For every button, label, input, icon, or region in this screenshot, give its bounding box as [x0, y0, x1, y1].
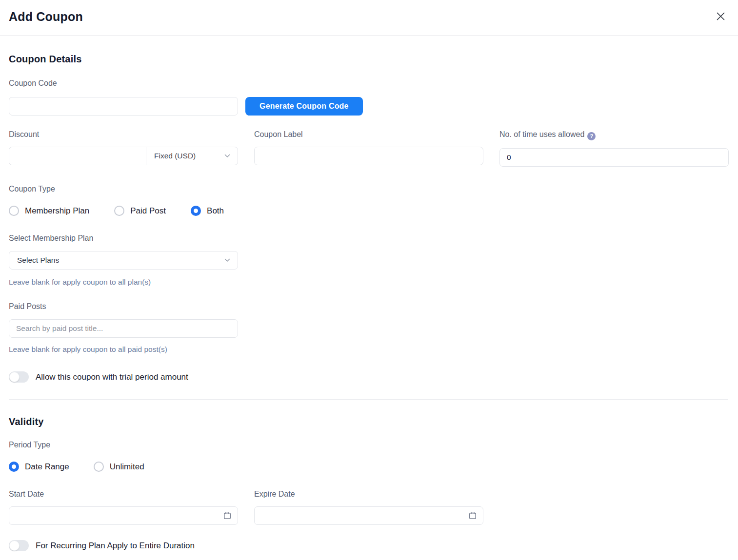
discount-input[interactable]: [9, 147, 146, 165]
trial-period-toggle[interactable]: [9, 371, 29, 383]
radio-paid-post[interactable]: Paid Post: [114, 206, 166, 216]
recurring-plan-toggle[interactable]: [9, 540, 29, 551]
generate-coupon-code-button[interactable]: Generate Coupon Code: [245, 97, 363, 116]
toggle-knob: [9, 541, 20, 551]
chevron-down-icon: [224, 154, 230, 158]
start-date-label: Start Date: [9, 489, 238, 499]
coupon-label-field: Coupon Label: [254, 130, 483, 167]
chevron-down-icon: [224, 258, 230, 262]
coupon-type-label: Coupon Type: [9, 184, 728, 193]
expire-date-field: Expire Date: [254, 489, 483, 525]
discount-label: Discount: [9, 130, 238, 139]
trial-toggle-label: Allow this coupon with trial period amou…: [36, 372, 188, 382]
trial-toggle-row: Allow this coupon with trial period amou…: [9, 371, 728, 383]
radio-date-range[interactable]: Date Range: [9, 462, 69, 472]
radio-circle-icon: [9, 206, 19, 216]
radio-circle-icon: [94, 462, 104, 472]
radio-circle-icon: [191, 206, 201, 216]
section-heading-coupon-details: Coupon Details: [9, 54, 728, 65]
paid-posts-search-input[interactable]: [9, 319, 238, 338]
close-icon: [716, 12, 725, 21]
expire-date-input[interactable]: [254, 506, 483, 525]
period-type-radio-group: Date Range Unlimited: [9, 462, 728, 472]
start-date-field: Start Date: [9, 489, 238, 525]
modal-body: Coupon Details Coupon Code Generate Coup…: [0, 36, 738, 551]
paid-posts-helper: Leave blank for apply coupon to all paid…: [9, 345, 728, 354]
coupon-label-input[interactable]: [254, 147, 483, 165]
coupon-code-input[interactable]: [9, 97, 238, 116]
radio-circle-icon: [9, 462, 19, 472]
uses-allowed-label: No. of time uses allowed?: [499, 130, 729, 140]
page-title: Add Coupon: [9, 10, 729, 24]
radio-both[interactable]: Both: [191, 206, 224, 216]
recurring-toggle-row: For Recurring Plan Apply to Entire Durat…: [9, 540, 728, 551]
membership-plan-selected-value: Select Plans: [17, 256, 59, 265]
membership-plan-label: Select Membership Plan: [9, 233, 728, 243]
membership-plan-select[interactable]: Select Plans: [9, 251, 238, 270]
discount-unit-value: Fixed (USD): [154, 152, 196, 160]
modal-header: Add Coupon: [0, 0, 738, 36]
start-date-input[interactable]: [9, 506, 238, 525]
radio-unlimited[interactable]: Unlimited: [94, 462, 144, 472]
coupon-code-label: Coupon Code: [9, 78, 728, 88]
calendar-icon[interactable]: [468, 511, 477, 520]
uses-allowed-input[interactable]: [499, 148, 729, 167]
period-type-label: Period Type: [9, 440, 728, 449]
coupon-label-label: Coupon Label: [254, 130, 483, 139]
close-button[interactable]: [715, 10, 726, 22]
discount-field: Discount Fixed (USD): [9, 130, 238, 167]
discount-unit-select[interactable]: Fixed (USD): [146, 147, 238, 165]
coupon-type-radio-group: Membership Plan Paid Post Both: [9, 206, 728, 216]
uses-allowed-field: No. of time uses allowed?: [499, 130, 729, 167]
membership-plan-helper: Leave blank for apply coupon to all plan…: [9, 278, 728, 287]
recurring-toggle-label: For Recurring Plan Apply to Entire Durat…: [36, 541, 195, 551]
radio-circle-icon: [114, 206, 124, 216]
section-heading-validity: Validity: [9, 416, 728, 427]
paid-posts-label: Paid Posts: [9, 302, 728, 311]
help-icon[interactable]: ?: [587, 132, 596, 140]
toggle-knob: [9, 372, 20, 382]
calendar-icon[interactable]: [223, 511, 232, 520]
section-divider: [9, 399, 728, 400]
expire-date-label: Expire Date: [254, 489, 483, 499]
radio-membership-plan[interactable]: Membership Plan: [9, 206, 89, 216]
